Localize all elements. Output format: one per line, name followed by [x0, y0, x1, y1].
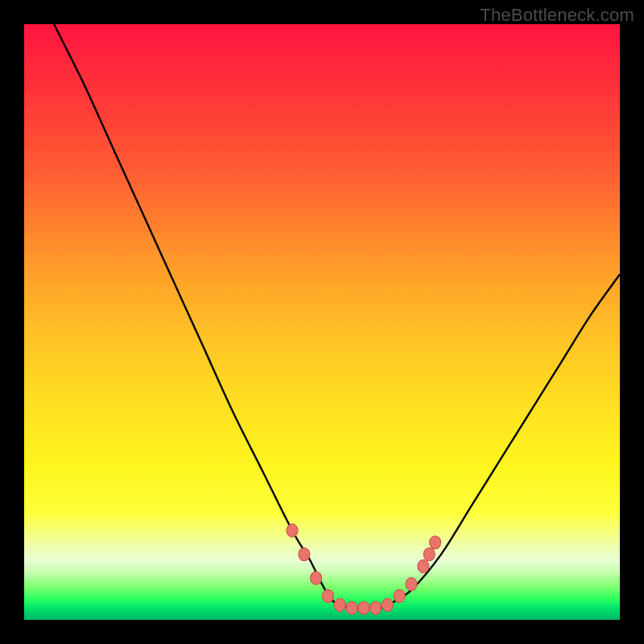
curve-marker: [382, 598, 393, 611]
curve-marker: [430, 536, 441, 549]
curve-markers: [287, 524, 441, 614]
curve-marker: [423, 548, 435, 561]
curve-marker: [418, 559, 429, 572]
curve-marker: [346, 601, 357, 614]
curve-marker: [299, 548, 310, 561]
watermark-text: TheBottleneck.com: [480, 5, 634, 26]
chart-frame: TheBottleneck.com: [0, 0, 644, 644]
bottleneck-curve: [54, 24, 620, 609]
curve-marker: [287, 524, 298, 537]
curve-marker: [358, 601, 369, 614]
plot-area: [24, 24, 620, 620]
curve-marker: [311, 572, 322, 584]
curve-layer: [24, 24, 620, 620]
curve-marker: [394, 589, 405, 602]
curve-marker: [406, 578, 417, 591]
curve-marker: [322, 589, 333, 602]
curve-marker: [370, 601, 382, 614]
curve-marker: [334, 598, 345, 611]
